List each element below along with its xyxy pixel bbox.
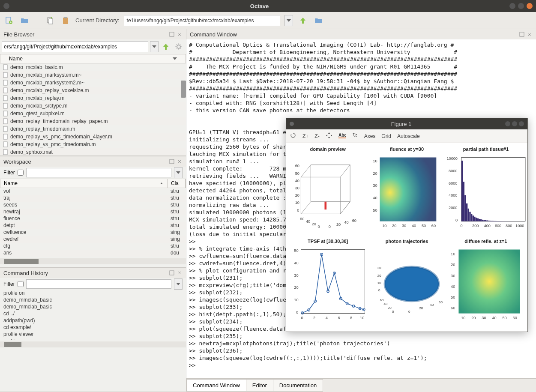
- workspace-row[interactable]: ansdou: [0, 250, 186, 257]
- filter-input[interactable]: [26, 168, 171, 177]
- svg-rect-57: [464, 195, 466, 221]
- history-row[interactable]: addpath(pwd): [0, 317, 186, 324]
- tab-documentation[interactable]: Documentation: [273, 379, 323, 392]
- file-row[interactable]: demo_mcxlab_replay.m: [0, 94, 186, 102]
- file-row[interactable]: demo_mcxlab_marksystem2.m~: [0, 79, 186, 87]
- undock-icon[interactable]: [169, 159, 175, 165]
- file-browser-path-input[interactable]: [2, 41, 148, 52]
- undock-icon[interactable]: [169, 31, 175, 37]
- file-row[interactable]: demo_replay_vs_pmc_timedomain.m: [0, 141, 186, 148]
- copy-icon[interactable]: [45, 15, 56, 26]
- workspace-row[interactable]: trajstru: [0, 195, 186, 202]
- svg-text:30: 30: [294, 273, 298, 278]
- file-list-header[interactable]: Name: [0, 54, 186, 63]
- directory-dropdown-icon[interactable]: [284, 15, 293, 26]
- fig-close-icon[interactable]: [519, 121, 524, 126]
- filter-checkbox[interactable]: [18, 170, 24, 176]
- filter-dropdown-icon[interactable]: [174, 167, 183, 178]
- path-up-icon[interactable]: [160, 41, 171, 52]
- scrollbar-h[interactable]: [0, 258, 186, 264]
- svg-text:20: 20: [388, 306, 392, 310]
- panel-close-icon[interactable]: [177, 270, 183, 276]
- history-row[interactable]: demo_mmclab_basic: [0, 304, 186, 311]
- file-row[interactable]: demo_mcxlab_srctype.m: [0, 102, 186, 110]
- zoom-out-button[interactable]: Z-: [314, 133, 319, 139]
- workspace-row[interactable]: seedsstru: [0, 202, 186, 209]
- workspace-row[interactable]: fluencestru: [0, 215, 186, 222]
- workspace-row[interactable]: cfgstru: [0, 243, 186, 250]
- dir-up-icon[interactable]: [297, 15, 308, 26]
- svg-text:2000: 2000: [449, 206, 457, 210]
- svg-text:4000: 4000: [449, 193, 457, 197]
- bottom-tabs: Command Window Editor Documentation: [186, 378, 536, 392]
- paste-icon[interactable]: [60, 15, 71, 26]
- select-icon[interactable]: [352, 132, 358, 140]
- svg-text:4: 4: [325, 316, 327, 320]
- workspace-header[interactable]: Name Cla: [0, 179, 186, 188]
- svg-text:40: 40: [373, 196, 377, 200]
- svg-text:10: 10: [294, 298, 298, 302]
- workspace-row[interactable]: cwfluencesing: [0, 229, 186, 236]
- subplot-trajectories: photon trajectories 3020100 6040200 0204…: [368, 239, 445, 328]
- workspace-row[interactable]: volstru: [0, 188, 186, 195]
- maximize-icon[interactable]: [518, 3, 524, 9]
- workspace-row[interactable]: detptstru: [0, 222, 186, 229]
- svg-rect-65: [477, 218, 478, 221]
- autoscale-button[interactable]: Autoscale: [397, 133, 420, 139]
- svg-rect-59: [467, 209, 469, 221]
- file-icon: [3, 134, 9, 140]
- minimize-icon[interactable]: [509, 3, 515, 9]
- grid-button[interactable]: Grid: [381, 133, 391, 139]
- workspace-row[interactable]: cwdrefsing: [0, 236, 186, 243]
- close-icon[interactable]: [527, 3, 533, 9]
- undock-icon[interactable]: [519, 31, 525, 37]
- svg-text:0: 0: [301, 316, 303, 320]
- workspace-row[interactable]: newtrajstru: [0, 209, 186, 215]
- rotate-icon[interactable]: [290, 132, 296, 140]
- history-row[interactable]: profile viewer: [0, 331, 186, 338]
- fig-minimize-icon[interactable]: [505, 121, 510, 126]
- file-row[interactable]: demo_mcxlab_basic.m: [0, 63, 186, 71]
- file-row[interactable]: demo_sphbox.mat: [0, 148, 186, 156]
- zoom-in-button[interactable]: Z+: [302, 133, 308, 139]
- svg-rect-17: [3, 134, 7, 139]
- history-row[interactable]: profile on: [0, 338, 186, 340]
- pan-icon[interactable]: [326, 132, 332, 140]
- gear-icon[interactable]: [173, 41, 184, 52]
- filter-checkbox[interactable]: [18, 281, 24, 287]
- file-row[interactable]: demo_mcxlab_replay_voxelsize.m: [0, 87, 186, 94]
- new-script-icon[interactable]: [3, 15, 15, 26]
- panel-close-icon[interactable]: [527, 31, 533, 37]
- scrollbar-h[interactable]: [0, 341, 186, 347]
- filter-dropdown-icon[interactable]: [174, 278, 183, 290]
- svg-text:40: 40: [294, 261, 298, 265]
- path-dropdown-icon[interactable]: [150, 41, 159, 52]
- svg-rect-4: [63, 18, 68, 24]
- axes-button[interactable]: Axes: [364, 133, 376, 139]
- tab-editor[interactable]: Editor: [246, 379, 273, 392]
- filter-label: Filter: [3, 281, 15, 287]
- svg-text:30: 30: [377, 266, 381, 270]
- history-row[interactable]: demo_mmclab_basic: [0, 297, 186, 304]
- browse-folder-icon[interactable]: [313, 15, 324, 26]
- file-row[interactable]: demo_mcxlab_marksystem.m~: [0, 71, 186, 79]
- directory-input[interactable]: te1/users/fangq/git/Project/github/mcx/m…: [124, 15, 280, 26]
- filter-input[interactable]: [26, 279, 171, 289]
- subplot-domain-preview: domain preview 6050403020100 6040200 020…: [290, 147, 366, 236]
- text-icon[interactable]: Abc: [338, 132, 346, 140]
- file-row[interactable]: demo_replay_timedomain_replay_paper.m: [0, 117, 186, 125]
- scrollbar-thumb[interactable]: [181, 81, 186, 98]
- undock-icon[interactable]: [169, 270, 175, 276]
- panel-close-icon[interactable]: [177, 159, 183, 165]
- file-row[interactable]: demo_replay_vs_pmc_timedomain_4layer.m: [0, 133, 186, 141]
- history-row[interactable]: profile on: [0, 290, 186, 297]
- fig-maximize-icon[interactable]: [512, 121, 517, 126]
- history-row[interactable]: cd ../: [0, 311, 186, 317]
- file-row[interactable]: demo_replay_timedomain.m: [0, 125, 186, 133]
- tab-command-window[interactable]: Command Window: [186, 379, 246, 392]
- panel-close-icon[interactable]: [177, 31, 183, 37]
- history-row[interactable]: cd example/: [0, 324, 186, 331]
- figure-window[interactable]: Figure 1 Z+ Z- Abc Axes Grid Autoscale d…: [286, 118, 528, 332]
- file-row[interactable]: demo_qtest_subpixel.m: [0, 110, 186, 117]
- open-folder-icon[interactable]: [19, 15, 30, 26]
